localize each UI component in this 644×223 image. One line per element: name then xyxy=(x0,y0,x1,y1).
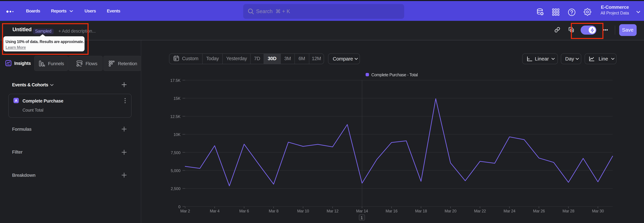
svg-text:Mar 28: Mar 28 xyxy=(562,209,574,213)
svg-text:Mar 16: Mar 16 xyxy=(386,209,398,213)
svg-text:10K: 10K xyxy=(174,132,180,137)
svg-text:7,500: 7,500 xyxy=(171,150,180,155)
svg-text:Mar 20: Mar 20 xyxy=(444,209,456,213)
svg-text:Mar 6: Mar 6 xyxy=(239,209,249,213)
svg-text:Mar 4: Mar 4 xyxy=(210,209,220,213)
svg-text:Mar 12: Mar 12 xyxy=(327,209,338,213)
svg-text:Mar 10: Mar 10 xyxy=(297,209,309,213)
svg-text:5,000: 5,000 xyxy=(171,168,180,173)
svg-text:Mar 8: Mar 8 xyxy=(269,209,278,213)
svg-text:15K: 15K xyxy=(174,96,180,101)
svg-text:Mar 2: Mar 2 xyxy=(180,209,190,213)
svg-text:Mar 24: Mar 24 xyxy=(504,209,516,213)
svg-text:0: 0 xyxy=(178,204,180,209)
svg-text:Mar 22: Mar 22 xyxy=(474,209,486,213)
svg-text:2,500: 2,500 xyxy=(171,186,180,191)
svg-text:Mar 26: Mar 26 xyxy=(533,209,545,213)
svg-text:Mar 30: Mar 30 xyxy=(592,209,604,213)
svg-text:Mar 18: Mar 18 xyxy=(415,209,427,213)
svg-text:12.5K: 12.5K xyxy=(170,114,180,119)
svg-text:17.5K: 17.5K xyxy=(170,78,180,83)
svg-text:Mar 14: Mar 14 xyxy=(356,209,368,213)
